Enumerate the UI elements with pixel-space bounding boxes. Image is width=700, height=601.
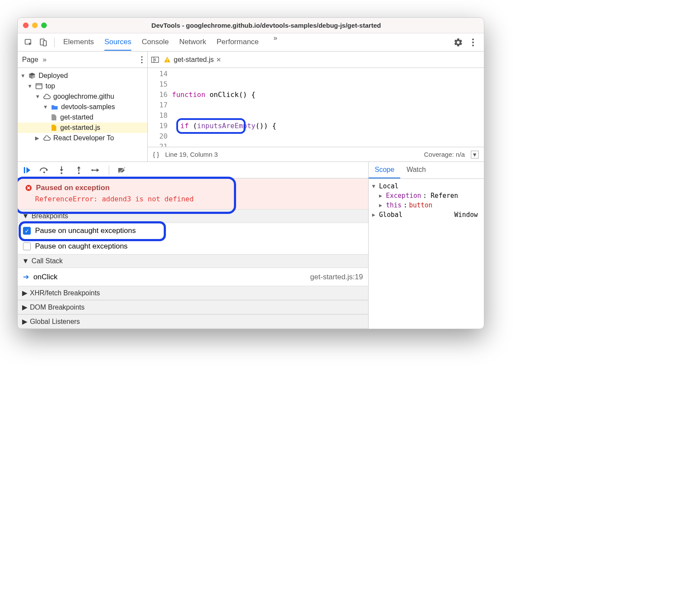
frame-icon — [35, 82, 43, 90]
section-label: Call Stack — [32, 257, 63, 265]
tree-label: top — [45, 82, 55, 90]
scope-this[interactable]: ▶this: button — [370, 200, 482, 210]
debugger-row: Paused on exception ReferenceError: adde… — [18, 162, 484, 329]
settings-icon[interactable] — [452, 36, 465, 49]
pause-uncaught-row[interactable]: ✓ Pause on uncaught exceptions — [18, 223, 368, 239]
checkbox-label: Pause on uncaught exceptions — [35, 226, 136, 235]
tree-file-js[interactable]: get-started.js — [18, 123, 147, 133]
deployed-icon — [28, 72, 36, 80]
tab-watch[interactable]: Watch — [400, 162, 432, 178]
navigator-header: Page » — [18, 52, 147, 68]
line-number: 19 — [148, 121, 168, 131]
navigator-tab-page[interactable]: Page — [22, 56, 38, 64]
step-into-icon[interactable] — [57, 165, 66, 175]
toggle-navigator-icon[interactable] — [151, 56, 159, 64]
window-title: DevTools - googlechrome.github.io/devtoo… — [54, 22, 479, 29]
step-icon[interactable] — [91, 165, 101, 175]
separator — [54, 38, 55, 47]
callstack-header[interactable]: ▼Call Stack — [18, 254, 368, 268]
tree-folder[interactable]: ▼devtools-samples — [18, 102, 147, 112]
tree-file-html[interactable]: get-started — [18, 112, 147, 123]
editor-pane: get-started.js ✕ 14 15 16 17 18 19 20 21… — [148, 52, 484, 162]
tabs-overflow[interactable]: » — [269, 34, 282, 51]
scope-global[interactable]: ▶GlobalWindow — [370, 210, 482, 220]
checkbox-checked-icon[interactable]: ✓ — [23, 227, 31, 235]
svg-point-4 — [472, 42, 474, 43]
scope-key: Exception — [386, 192, 421, 200]
debugger-toolbar — [18, 162, 368, 178]
titlebar: DevTools - googlechrome.github.io/devtoo… — [18, 18, 484, 33]
source-text: function onClick() { if (inputsAreEmpty(… — [172, 68, 484, 147]
pause-caught-row[interactable]: Pause on caught exceptions — [18, 239, 368, 254]
svg-rect-15 — [24, 167, 25, 173]
current-frame-icon: ➔ — [23, 272, 29, 281]
svg-rect-13 — [167, 58, 168, 61]
line-number: 16 — [148, 90, 168, 100]
editor-tab[interactable]: get-started.js ✕ — [163, 56, 221, 64]
minimize-button[interactable] — [32, 23, 38, 28]
tree-deployed[interactable]: ▼Deployed — [18, 71, 147, 81]
tab-network[interactable]: Network — [179, 34, 206, 51]
coverage-label[interactable]: Coverage: n/a — [424, 151, 465, 158]
frame-location[interactable]: get-started.js:19 — [310, 273, 363, 281]
file-tree: ▼Deployed ▼top ▼googlechrome.githu ▼devt… — [18, 68, 147, 146]
svg-point-22 — [91, 169, 93, 171]
callstack-frame[interactable]: ➔ onClick get-started.js:19 — [18, 268, 368, 286]
main-toolbar: Elements Sources Console Network Perform… — [18, 33, 484, 52]
tree-label: Deployed — [39, 72, 68, 80]
deactivate-breakpoints-icon[interactable] — [117, 165, 126, 175]
tree-react[interactable]: ▶React Developer To — [18, 133, 147, 143]
scope-exception[interactable]: ▶Exception: Referen — [370, 191, 482, 200]
tab-scope[interactable]: Scope — [369, 162, 400, 178]
line-number: 17 — [148, 100, 168, 110]
kebab-icon[interactable] — [467, 36, 480, 49]
global-listeners-header[interactable]: ▶Global Listeners — [18, 314, 368, 329]
svg-point-3 — [472, 39, 474, 40]
svg-point-5 — [472, 45, 474, 46]
separator — [109, 165, 109, 175]
scope-sep: : — [403, 201, 407, 209]
coverage-dropdown-icon[interactable]: ▾ — [471, 151, 479, 158]
breakpoints-header[interactable]: ▼Breakpoints — [18, 209, 368, 223]
code-editor[interactable]: 14 15 16 17 18 19 20 21 function onClick… — [148, 68, 484, 147]
navigator-overflow[interactable]: » — [42, 56, 46, 64]
line-number: 18 — [148, 110, 168, 121]
scope-value: Window — [454, 211, 480, 219]
line-number: 21 — [148, 142, 168, 147]
xhr-breakpoints-header[interactable]: ▶XHR/fetch Breakpoints — [18, 286, 368, 300]
tab-elements[interactable]: Elements — [63, 34, 94, 51]
tree-origin[interactable]: ▼googlechrome.githu — [18, 91, 147, 102]
close-icon[interactable]: ✕ — [216, 56, 221, 63]
step-out-icon[interactable] — [74, 165, 84, 175]
section-label: Global Listeners — [30, 318, 80, 326]
checkbox-icon[interactable] — [23, 242, 31, 250]
pause-message: ReferenceError: addend3 is not defined — [35, 195, 361, 203]
tab-sources[interactable]: Sources — [104, 34, 131, 51]
svg-point-20 — [78, 172, 80, 174]
editor-tabbar: get-started.js ✕ — [148, 52, 484, 68]
format-icon[interactable]: { } — [153, 151, 159, 158]
scope-tabs: Scope Watch — [369, 162, 484, 179]
device-icon[interactable] — [37, 36, 50, 49]
tree-top[interactable]: ▼top — [18, 81, 147, 91]
scope-value: : Referen — [423, 192, 458, 200]
tree-label: devtools-samples — [61, 103, 115, 111]
panel-tabs: Elements Sources Console Network Perform… — [63, 34, 450, 51]
dom-breakpoints-header[interactable]: ▶DOM Breakpoints — [18, 300, 368, 314]
resume-icon[interactable] — [22, 165, 32, 175]
close-button[interactable] — [23, 23, 29, 28]
scope-value: button — [409, 201, 432, 209]
maximize-button[interactable] — [41, 23, 47, 28]
error-icon — [25, 184, 32, 192]
scope-local[interactable]: ▼Local — [370, 181, 482, 191]
tab-console[interactable]: Console — [142, 34, 169, 51]
content-area: Page » ▼Deployed ▼top ▼googlechrome.gith… — [18, 52, 484, 162]
devtools-window: DevTools - googlechrome.github.io/devtoo… — [17, 17, 484, 329]
scope-label: Local — [379, 182, 399, 190]
tab-performance[interactable]: Performance — [217, 34, 259, 51]
section-label: XHR/fetch Breakpoints — [30, 289, 100, 297]
inspect-icon[interactable] — [22, 36, 35, 49]
section-label: Breakpoints — [32, 212, 68, 220]
navigator-more-icon[interactable] — [141, 56, 143, 64]
step-over-icon[interactable] — [39, 165, 49, 175]
